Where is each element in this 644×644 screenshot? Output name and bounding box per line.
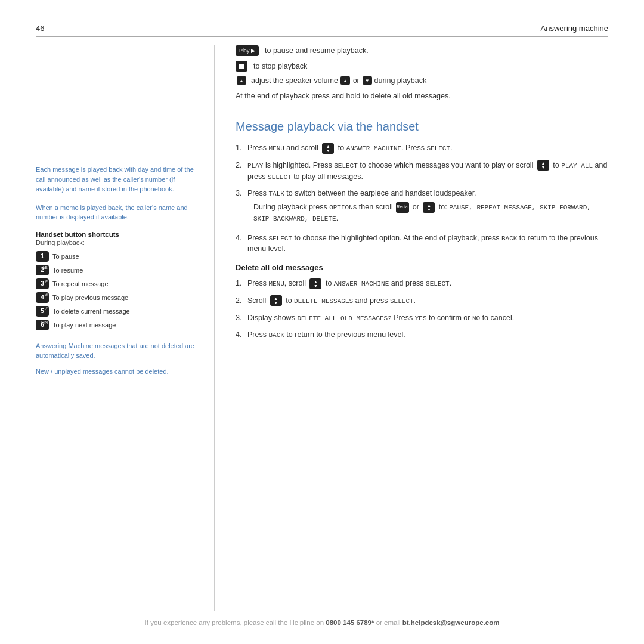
steps-list: 1. Press MENU and scroll ▲▼ to ANSWER MA… <box>236 143 608 255</box>
delete-step-1-num: 1. <box>236 278 247 289</box>
shortcut-pause: 1 To pause <box>36 251 196 262</box>
footer-text-between: or email <box>374 619 402 626</box>
vol-or: or <box>353 76 360 85</box>
shortcut-key-1: 1 <box>36 251 49 262</box>
shortcuts-title: Handset button shortcuts <box>36 231 196 238</box>
step-4: 4. Press SELECT to choose the highlighte… <box>236 233 608 255</box>
step-3-content: Press TALK to switch between the earpiec… <box>247 188 608 226</box>
delete-step-4-content: Press BACK to return to the previous men… <box>247 329 608 340</box>
shortcut-label-5: To delete current message <box>52 308 130 315</box>
shortcut-label-2: To resume <box>52 267 83 274</box>
talk-text: TALK <box>268 190 284 197</box>
step-4-num: 4. <box>236 233 247 255</box>
step-2: 2. PLAY is highlighted. Press SELECT to … <box>236 160 608 182</box>
shortcuts-sub: During playback: <box>36 239 196 246</box>
playback-text-2: to stop playback <box>253 62 307 70</box>
right-column: Play ▶ to pause and resume playback. to … <box>215 45 608 611</box>
options-text: OPTIONS <box>329 204 357 211</box>
step-3-indent: During playback press OPTIONS then scrol… <box>247 202 608 224</box>
shortcut-repeat: 3# To repeat message <box>36 278 196 289</box>
playback-row-play: Play ▶ to pause and resume playback. <box>236 45 608 56</box>
delete-step-2-content: Scroll ▲▼ to DELETE MESSAGES and press S… <box>247 295 608 306</box>
delete-step-2: 2. Scroll ▲▼ to DELETE MESSAGES and pres… <box>236 295 608 306</box>
left-info-2: When a memo is played back, the caller's… <box>36 203 196 222</box>
playback-items: Play ▶ to pause and resume playback. to … <box>236 45 608 85</box>
delete-step-4-num: 4. <box>236 329 247 340</box>
left-column: Each message is played back with day and… <box>36 45 215 611</box>
delete-step-3-num: 3. <box>236 312 247 324</box>
step-1-content: Press MENU and scroll ▲▼ to ANSWER MACHI… <box>247 143 608 154</box>
step-1-num: 1. <box>236 143 247 154</box>
header-rule <box>36 36 608 37</box>
end-playback-text: At the end of playback press and hold to… <box>236 92 608 100</box>
footer-text-before: If you experience any problems, please c… <box>145 619 326 626</box>
columns: Each message is played back with day and… <box>36 45 608 611</box>
shortcut-key-4: 4# <box>36 292 49 303</box>
page-number: 46 <box>36 24 44 33</box>
playback-row-vol: ▲ adjust the speaker volume ▲ or ▼ durin… <box>236 76 608 85</box>
delete-step-2-num: 2. <box>236 295 247 306</box>
svg-rect-0 <box>239 64 244 69</box>
delete-heading: Delete all old messages <box>236 263 608 272</box>
shortcut-key-3: 3# <box>36 278 49 289</box>
menu-text-1: MENU <box>268 145 284 152</box>
answer-machine-text-1: ANSWER MACHINE <box>346 145 401 152</box>
shortcut-label-4: To play previous message <box>52 294 128 301</box>
scroll-icon-4: ▲▼ <box>309 278 321 289</box>
header: 46 Answering machine <box>36 24 608 33</box>
step-1: 1. Press MENU and scroll ▲▼ to ANSWER MA… <box>236 143 608 154</box>
select-text-4: SELECT <box>268 235 292 242</box>
delete-step-3: 3. Display shows DELETE ALL OLD MESSAGES… <box>236 312 608 324</box>
shortcut-label-6: To play next message <box>52 321 116 329</box>
shortcut-delete: 5# To delete current message <box>36 306 196 317</box>
footer-email: bt.helpdesk@sgweurope.com <box>402 619 500 626</box>
step-2-num: 2. <box>236 160 247 182</box>
select-text-3: SELECT <box>268 174 292 181</box>
step-3-num: 3. <box>236 188 247 226</box>
shortcut-next: 6MN To play next message <box>36 320 196 330</box>
shortcut-label-3: To repeat message <box>52 280 109 287</box>
step-2-content: PLAY is highlighted. Press SELECT to cho… <box>247 160 608 182</box>
vol-up-icon: ▲ <box>237 76 246 85</box>
delete-step-1: 1. Press MENU, scroll ▲▼ to ANSWER MACHI… <box>236 278 608 289</box>
scroll-icon-2: ▲▼ <box>537 160 549 171</box>
step-3: 3. Press TALK to switch between the earp… <box>236 188 608 226</box>
footer-phone: 0800 145 6789* <box>326 619 374 626</box>
page: 46 Answering machine Each message is pla… <box>0 0 644 644</box>
playback-row-stop: to stop playback <box>236 61 608 72</box>
shortcut-key-6: 6MN <box>36 320 49 330</box>
scroll-icon-5: ▲▼ <box>270 295 282 306</box>
shortcut-key-5: 5# <box>36 306 49 317</box>
section-heading: Message playback via the handset <box>236 119 608 134</box>
playback-vol-text: adjust the speaker volume <box>251 76 338 85</box>
left-bottom-info-2: New / unplayed messages cannot be delete… <box>36 367 196 377</box>
vol-up-icon-inline: ▲ <box>340 76 350 85</box>
select-text-1: SELECT <box>426 145 450 152</box>
playback-vol-text2: during playback <box>374 76 427 85</box>
delete-steps-list: 1. Press MENU, scroll ▲▼ to ANSWER MACHI… <box>236 278 608 340</box>
delete-step-3-content: Display shows DELETE ALL OLD MESSAGES? P… <box>247 312 608 324</box>
shortcut-key-2: 2AB <box>36 265 49 275</box>
select-text-2: SELECT <box>334 162 358 169</box>
delete-step-1-content: Press MENU, scroll ▲▼ to ANSWER MACHINE … <box>247 278 608 289</box>
back-text-1: BACK <box>501 235 517 242</box>
play-button-icon: Play ▶ <box>236 45 259 56</box>
play-all-text: PLAY ALL <box>561 162 593 169</box>
play-text: PLAY <box>247 162 263 169</box>
section-rule <box>236 110 608 110</box>
shortcut-prev: 4# To play previous message <box>36 292 196 303</box>
footer: If you experience any problems, please c… <box>36 611 608 626</box>
left-info-1: Each message is played back with day and… <box>36 165 196 194</box>
stop-button-icon <box>236 61 247 72</box>
step-4-content: Press SELECT to choose the highlighted o… <box>247 233 608 255</box>
left-bottom-info-1: Answering Machine messages that are not … <box>36 341 196 361</box>
header-title: Answering machine <box>541 24 608 33</box>
shortcut-resume: 2AB To resume <box>36 265 196 275</box>
scroll-icon-1: ▲▼ <box>322 143 334 154</box>
redial-icon: Redial <box>396 202 409 213</box>
pause-text: PAUSE, REPEAT MESSAGE, SKIP FORWARD, SKI… <box>253 204 591 222</box>
playback-text-1: to pause and resume playback. <box>265 47 369 55</box>
delete-step-4: 4. Press BACK to return to the previous … <box>236 329 608 340</box>
scroll-icon-3: ▲▼ <box>423 202 435 213</box>
vol-down-icon-inline: ▼ <box>363 76 372 85</box>
